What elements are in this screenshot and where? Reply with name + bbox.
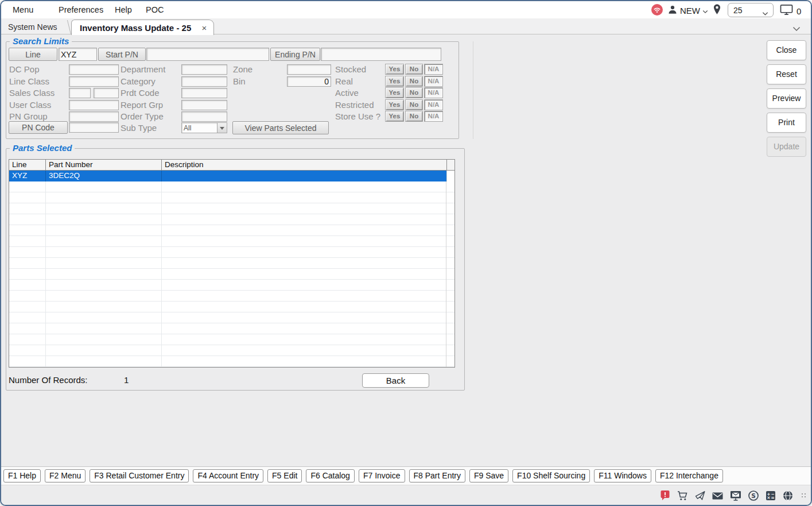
resize-grip[interactable]	[802, 493, 807, 499]
line-class-input[interactable]	[69, 76, 119, 87]
wifi-status-icon[interactable]	[651, 4, 663, 18]
ending-pn-button[interactable]: Ending P/N	[270, 48, 320, 61]
location-pin-icon[interactable]	[712, 3, 722, 18]
user-class-input[interactable]	[69, 100, 119, 110]
fkey-f2[interactable]: F2 Menu	[45, 469, 86, 482]
start-pn-input[interactable]	[146, 48, 269, 61]
store-use-no-button[interactable]: No	[405, 111, 423, 122]
monitor-icon	[780, 4, 793, 18]
chevron-down-icon[interactable]	[792, 24, 801, 34]
real-na-button[interactable]: N/A	[424, 76, 443, 87]
sales-class-input-1[interactable]	[69, 88, 91, 98]
category-input[interactable]	[181, 76, 227, 87]
zone-input[interactable]	[287, 64, 331, 75]
active-label: Active	[335, 87, 385, 98]
view-parts-selected-button[interactable]: View Parts Selected	[232, 121, 329, 134]
combo-arrow-icon[interactable]	[217, 123, 227, 133]
menu-item-menu[interactable]: Menu	[13, 5, 33, 14]
fkey-f10[interactable]: F10 Shelf Sourcing	[512, 469, 590, 482]
close-button[interactable]: Close	[767, 40, 806, 60]
zone-label: Zone	[233, 64, 287, 75]
fkey-f11[interactable]: F11 Windows	[594, 469, 651, 482]
stocked-yes-button[interactable]: Yes	[385, 64, 404, 75]
stocked-no-button[interactable]: No	[405, 64, 423, 75]
tab-close-icon[interactable]: ×	[201, 23, 207, 33]
user-menu[interactable]: NEW	[667, 4, 708, 17]
sales-class-label: Sales Class	[9, 87, 69, 98]
tab-inventory-mass-update[interactable]: Inventory Mass Update - 25 ×	[71, 20, 214, 35]
location-select[interactable]: 25	[728, 3, 774, 17]
back-button[interactable]: Back	[362, 373, 429, 388]
stocked-na-button[interactable]: N/A	[424, 64, 443, 75]
report-grp-input[interactable]	[181, 100, 227, 110]
prdt-code-label: Prdt Code	[121, 87, 181, 98]
tab-system-news[interactable]: System News	[8, 22, 57, 32]
calculator-icon[interactable]: +−×=	[765, 490, 776, 504]
globe-icon[interactable]	[782, 490, 794, 504]
mail-icon[interactable]	[712, 490, 724, 504]
bin-label: Bin	[233, 76, 287, 87]
fkey-f4[interactable]: F4 Account Entry	[193, 469, 263, 482]
fkey-f8[interactable]: F8 Part Entry	[409, 469, 465, 482]
cart-icon[interactable]	[677, 490, 689, 504]
fkey-f1[interactable]: F1 Help	[3, 469, 41, 482]
records-value: 1	[124, 375, 129, 385]
menu-item-help[interactable]: Help	[115, 5, 132, 14]
user-icon	[667, 4, 678, 17]
restricted-yes-button[interactable]: Yes	[385, 99, 404, 110]
pn-code-button[interactable]: PN Code	[9, 121, 68, 134]
sub-type-combo[interactable]: All	[181, 122, 227, 133]
parts-selected-panel: Parts Selected Line Part Number Descript…	[6, 148, 465, 391]
prdt-code-input[interactable]	[181, 88, 227, 98]
pn-group-input[interactable]	[69, 111, 119, 122]
department-label: Department	[121, 64, 181, 75]
fkey-f3[interactable]: F3 Retail Customer Entry	[90, 469, 189, 482]
line-button[interactable]: Line	[9, 48, 57, 61]
user-label: NEW	[680, 6, 700, 16]
panel-splitter	[473, 41, 473, 139]
sales-class-input-2[interactable]	[94, 88, 119, 98]
grid-line	[45, 181, 46, 367]
dc-pop-input[interactable]	[69, 64, 119, 75]
preview-button[interactable]: Preview	[767, 88, 806, 109]
start-pn-button[interactable]: Start P/N	[98, 48, 146, 61]
stocked-label: Stocked	[335, 64, 385, 75]
column-header-part-number: Part Number	[45, 160, 161, 170]
terminal-count[interactable]: 0	[780, 4, 801, 18]
column-header-line: Line	[9, 160, 45, 170]
fkey-f5[interactable]: F5 Edit	[267, 469, 302, 482]
message-alert-icon[interactable]	[659, 489, 671, 504]
s-circle-icon[interactable]: S	[748, 490, 759, 504]
real-no-button[interactable]: No	[405, 76, 423, 87]
pn-code-input[interactable]	[69, 122, 119, 133]
bin-input[interactable]	[287, 76, 331, 87]
terminal-count-value: 0	[797, 6, 801, 16]
menu-item-poc[interactable]: POC	[146, 5, 164, 14]
restricted-na-button[interactable]: N/A	[424, 99, 443, 110]
ending-pn-input[interactable]	[321, 48, 441, 61]
report-grp-label: Report Grp	[121, 99, 181, 110]
line-input[interactable]	[59, 48, 97, 61]
fkey-f7[interactable]: F7 Invoice	[359, 469, 405, 482]
fkey-f9[interactable]: F9 Save	[469, 469, 508, 482]
table-row-selected[interactable]: XYZ 3DEC2Q	[9, 171, 454, 181]
fkey-f6[interactable]: F6 Catalog	[306, 469, 354, 482]
real-yes-button[interactable]: Yes	[385, 76, 404, 87]
active-yes-button[interactable]: Yes	[385, 87, 404, 98]
store-use-yes-button[interactable]: Yes	[385, 111, 404, 122]
restricted-no-button[interactable]: No	[405, 99, 423, 110]
reset-button[interactable]: Reset	[767, 64, 806, 84]
active-no-button[interactable]: No	[405, 87, 423, 98]
department-input[interactable]	[181, 64, 227, 75]
parts-table-empty-rows	[9, 181, 454, 367]
fkey-f12[interactable]: F12 Interchange	[655, 469, 723, 482]
active-na-button[interactable]: N/A	[424, 87, 443, 98]
search-limits-panel: Search Limits Line Start P/N Ending P/N …	[6, 41, 459, 139]
print-button[interactable]: Print	[767, 113, 806, 133]
send-icon[interactable]	[694, 490, 706, 504]
order-type-input[interactable]	[181, 111, 227, 122]
update-button[interactable]: Update	[767, 137, 806, 157]
terminal-mail-icon[interactable]	[729, 490, 742, 504]
menu-item-preferences[interactable]: Preferences	[59, 5, 103, 14]
store-use-na-button[interactable]: N/A	[424, 111, 443, 122]
